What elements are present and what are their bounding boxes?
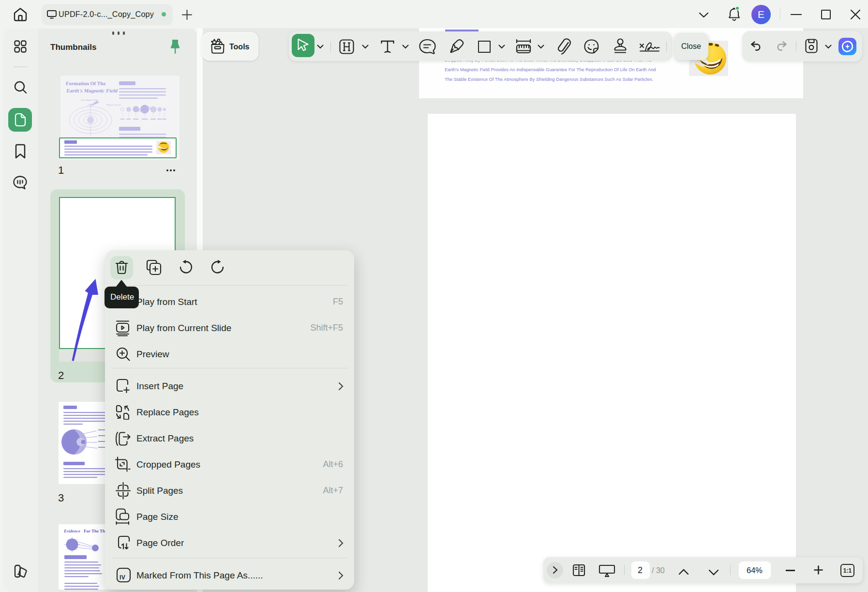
svg-text:For The The: For The The <box>84 529 107 533</box>
svg-text:Evidence: Evidence <box>63 529 80 533</box>
